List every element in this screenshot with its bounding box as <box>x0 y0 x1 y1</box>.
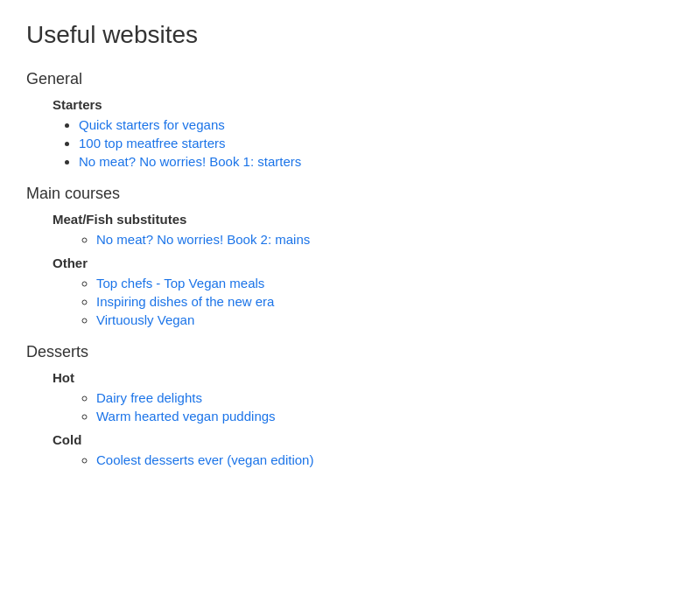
starters-block: Starters Quick starters for vegans 100 t… <box>26 97 662 169</box>
list-item: Dairy free delights <box>96 390 662 405</box>
list-item: Quick starters for vegans <box>79 117 662 132</box>
no-meat-book2-link[interactable]: No meat? No worries! Book 2: mains <box>96 232 310 247</box>
general-heading: General <box>26 70 662 88</box>
other-heading: Other <box>53 256 662 270</box>
hot-list: Dairy free delights Warm hearted vegan p… <box>96 390 662 424</box>
hot-heading: Hot <box>53 370 662 385</box>
cold-block: Cold Coolest desserts ever (vegan editio… <box>26 432 662 467</box>
main-courses-heading: Main courses <box>26 185 662 203</box>
coolest-desserts-link[interactable]: Coolest desserts ever (vegan edition) <box>96 452 313 467</box>
inspiring-dishes-link[interactable]: Inspiring dishes of the new era <box>96 294 274 309</box>
list-item: Warm hearted vegan puddings <box>96 409 662 424</box>
dairy-free-link[interactable]: Dairy free delights <box>96 390 202 405</box>
page-title: Useful websites <box>26 21 662 49</box>
list-item: Top chefs - Top Vegan meals <box>96 276 662 290</box>
list-item: Inspiring dishes of the new era <box>96 294 662 309</box>
top-chefs-link[interactable]: Top chefs - Top Vegan meals <box>96 276 264 290</box>
cold-list: Coolest desserts ever (vegan edition) <box>96 452 662 467</box>
other-block: Other Top chefs - Top Vegan meals Inspir… <box>26 256 662 327</box>
virtuously-vegan-link[interactable]: Virtuously Vegan <box>96 312 194 327</box>
main-courses-section: Main courses Meat/Fish substitutes No me… <box>26 185 662 327</box>
list-item: Coolest desserts ever (vegan edition) <box>96 452 662 467</box>
meat-fish-list: No meat? No worries! Book 2: mains <box>96 232 662 247</box>
general-section: General Starters Quick starters for vega… <box>26 70 662 169</box>
starters-heading: Starters <box>53 97 662 112</box>
meat-fish-block: Meat/Fish substitutes No meat? No worrie… <box>26 212 662 247</box>
no-meat-book1-link[interactable]: No meat? No worries! Book 1: starters <box>79 154 301 169</box>
desserts-heading: Desserts <box>26 343 662 361</box>
cold-heading: Cold <box>53 432 662 447</box>
list-item: 100 top meatfree starters <box>79 136 662 150</box>
other-list: Top chefs - Top Vegan meals Inspiring di… <box>96 276 662 327</box>
list-item: Virtuously Vegan <box>96 312 662 327</box>
hot-block: Hot Dairy free delights Warm hearted veg… <box>26 370 662 424</box>
100-top-meatfree-link[interactable]: 100 top meatfree starters <box>79 136 226 150</box>
warm-hearted-link[interactable]: Warm hearted vegan puddings <box>96 409 276 424</box>
list-item: No meat? No worries! Book 1: starters <box>79 154 662 169</box>
list-item: No meat? No worries! Book 2: mains <box>96 232 662 247</box>
quick-starters-link[interactable]: Quick starters for vegans <box>79 117 225 132</box>
meat-fish-heading: Meat/Fish substitutes <box>53 212 662 227</box>
desserts-section: Desserts Hot Dairy free delights Warm he… <box>26 343 662 467</box>
starters-list: Quick starters for vegans 100 top meatfr… <box>79 117 662 169</box>
